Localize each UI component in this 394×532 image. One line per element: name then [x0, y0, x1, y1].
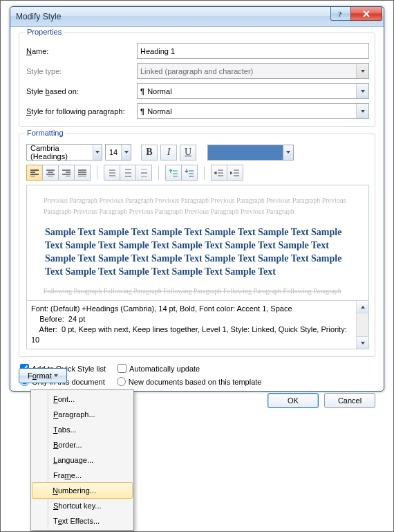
font-color-dropdown[interactable]	[283, 145, 294, 160]
chevron-down-icon[interactable]	[356, 84, 368, 98]
summary-scrollbar[interactable]	[356, 301, 368, 349]
based-on-label: Style based on:	[26, 87, 137, 95]
font-size-value: 14	[106, 148, 121, 156]
style-preview: Previous Paragraph Previous Paragraph Pr…	[26, 185, 369, 301]
bold-button[interactable]: B	[141, 145, 158, 160]
pilcrow-icon: ¶	[140, 87, 144, 95]
ok-button[interactable]: OK	[268, 393, 319, 408]
modify-style-dialog: Modify Style ? Properties Name: Style ty…	[10, 6, 384, 392]
chevron-down-icon[interactable]	[93, 145, 102, 160]
following-label: Style for following paragraph:	[26, 107, 137, 116]
font-combo[interactable]: Cambria (Headings)	[26, 144, 102, 160]
close-button[interactable]	[350, 7, 382, 21]
summary-line: Before: 24 pt	[31, 314, 352, 324]
name-label: Name:	[26, 47, 137, 55]
font-size-combo[interactable]: 14	[105, 144, 131, 160]
underline-button[interactable]: U	[180, 145, 196, 160]
align-right-button[interactable]	[58, 165, 74, 181]
menu-language[interactable]: Language...	[32, 452, 132, 468]
menu-border[interactable]: Border...	[32, 437, 132, 452]
properties-legend: Properties	[25, 28, 64, 36]
space-before-inc-button[interactable]	[165, 165, 181, 181]
increase-indent-button[interactable]	[227, 165, 243, 181]
scope-row: Only in this document New documents base…	[20, 377, 374, 387]
format-menu: Font... Paragraph... Tabs... Border... L…	[30, 389, 134, 531]
space-before-dec-button[interactable]	[181, 165, 198, 181]
cancel-button[interactable]: Cancel	[324, 393, 375, 408]
properties-group: Properties Name: Style type: Linked (par…	[19, 33, 375, 127]
name-input[interactable]	[137, 43, 369, 59]
titlebar[interactable]: Modify Style ?	[10, 7, 384, 27]
formatting-legend: Formatting	[25, 129, 66, 137]
style-summary: Font: (Default) +Headings (Cambria), 14 …	[26, 301, 369, 349]
based-on-value: Normal	[147, 87, 171, 95]
italic-button[interactable]: I	[160, 145, 177, 160]
help-icon: ?	[337, 10, 344, 18]
scroll-up-icon[interactable]	[357, 301, 368, 313]
spacing-2-button[interactable]	[135, 165, 152, 181]
svg-text:?: ?	[338, 10, 342, 18]
preview-previous-text: Previous Paragraph Previous Paragraph Pr…	[44, 195, 356, 217]
summary-line: After: 0 pt, Keep with next, Keep lines …	[31, 324, 352, 345]
help-button[interactable]: ?	[330, 7, 351, 21]
options-row: Add to Quick Style list Automatically up…	[20, 364, 374, 374]
preview-sample-text: Sample Text Sample Text Sample Text Samp…	[45, 226, 355, 279]
font-value: Cambria (Headings)	[27, 144, 93, 160]
menu-numbering[interactable]: Numbering...	[32, 482, 133, 499]
window-title: Modify Style	[16, 12, 61, 21]
style-type-label: Style type:	[26, 67, 137, 75]
align-left-button[interactable]	[26, 165, 42, 181]
auto-update-check[interactable]: Automatically update	[118, 364, 200, 373]
menu-paragraph[interactable]: Paragraph...	[32, 407, 132, 422]
dialog-body: Properties Name: Style type: Linked (par…	[10, 27, 384, 415]
scroll-down-icon[interactable]	[357, 336, 368, 349]
format-button[interactable]: Format	[19, 368, 67, 383]
following-combo[interactable]: ¶Normal	[137, 103, 369, 119]
following-value: Normal	[147, 107, 171, 116]
justify-button[interactable]	[74, 165, 91, 181]
style-type-combo: Linked (paragraph and character)	[137, 63, 369, 79]
summary-line: Font: (Default) +Headings (Cambria), 14 …	[31, 304, 352, 314]
chevron-down-icon	[356, 64, 368, 78]
based-on-combo[interactable]: ¶Normal	[137, 83, 369, 99]
chevron-down-icon	[286, 151, 290, 154]
spacing-1.5-button[interactable]	[120, 165, 135, 181]
decrease-indent-button[interactable]	[211, 165, 227, 181]
font-color-swatch[interactable]	[207, 145, 283, 160]
style-type-value: Linked (paragraph and character)	[138, 67, 356, 75]
close-icon	[362, 10, 370, 17]
format-label: Format	[28, 372, 52, 380]
menu-shortcut[interactable]: Shortcut key...	[32, 498, 132, 513]
menu-font[interactable]: Font...	[32, 392, 132, 407]
align-center-button[interactable]	[42, 165, 58, 181]
menu-tabs[interactable]: Tabs...	[32, 422, 132, 437]
chevron-down-icon[interactable]	[356, 104, 368, 118]
chevron-down-icon[interactable]	[121, 145, 131, 160]
pilcrow-icon: ¶	[140, 107, 144, 116]
formatting-group: Formatting Cambria (Headings) 14 B I U	[19, 134, 375, 357]
menu-frame[interactable]: Frame...	[32, 468, 132, 483]
menu-text-effects[interactable]: Text Effects...	[32, 513, 132, 529]
spacing-1-button[interactable]	[104, 165, 120, 181]
preview-following-text: Following Paragraph Following Paragraph …	[44, 286, 356, 297]
new-docs-radio[interactable]: New documents based on this template	[117, 377, 262, 386]
chevron-down-icon	[54, 374, 58, 377]
